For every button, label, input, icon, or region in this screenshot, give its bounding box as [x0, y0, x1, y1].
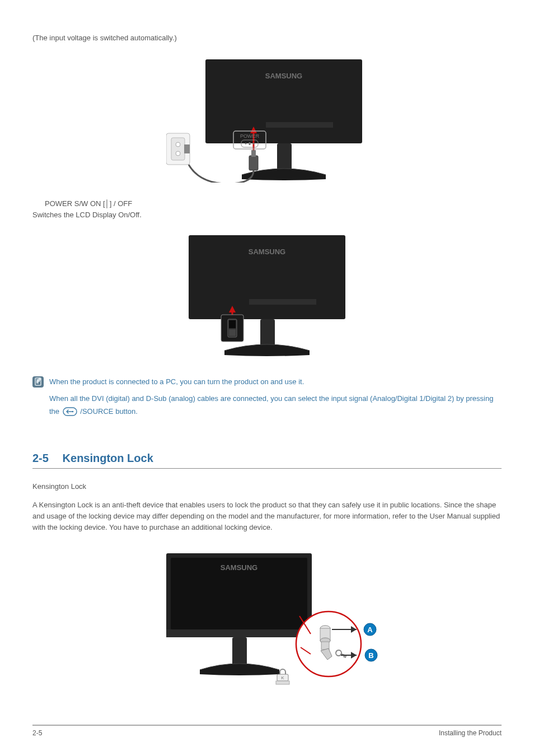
section-heading: 2-5 Kensington Lock: [32, 452, 502, 469]
figure-kensington: SAMSUNG K: [32, 549, 502, 697]
callout-a: A: [367, 626, 373, 634]
svg-text:K: K: [281, 675, 284, 680]
svg-rect-12: [171, 138, 185, 160]
power-switch-line2: Switches the LCD Display On/Off.: [32, 209, 502, 221]
note-p2: When all the DVI (digital) and D-Sub (an…: [49, 392, 502, 421]
brand-text-3: SAMSUNG: [221, 563, 257, 572]
svg-rect-7: [249, 142, 251, 145]
svg-rect-15: [184, 144, 190, 153]
intro-line: (The input voltage is switched automatic…: [32, 32, 502, 44]
callout-b: B: [368, 651, 373, 660]
svg-rect-10: [251, 150, 256, 157]
footer-right: Installing the Product: [439, 729, 502, 737]
svg-rect-9: [249, 156, 258, 170]
kensington-body: A Kensington Lock is an anti-theft devic…: [32, 500, 502, 533]
power-label: POWER: [240, 133, 260, 139]
svg-rect-2: [277, 143, 292, 170]
svg-point-6: [245, 143, 247, 144]
power-switch-line1: POWER S/W ON [│] / OFF: [45, 198, 502, 209]
svg-rect-22: [229, 320, 236, 328]
svg-rect-31: [276, 681, 289, 684]
note-p1: When the product is connected to a PC, y…: [49, 375, 502, 388]
note-icon: [32, 376, 44, 388]
page-footer: 2-5 Installing the Product: [32, 725, 502, 737]
svg-point-13: [176, 142, 180, 147]
svg-rect-28: [166, 629, 312, 637]
section-number: 2-5: [32, 452, 59, 465]
source-button-icon: [63, 407, 77, 420]
note-box: When the product is connected to a PC, y…: [32, 375, 502, 423]
svg-rect-17: [249, 299, 316, 305]
svg-rect-29: [232, 637, 247, 665]
svg-rect-1: [266, 122, 333, 128]
svg-point-14: [176, 151, 180, 156]
svg-point-25: [72, 411, 73, 413]
svg-rect-23: [229, 329, 236, 336]
brand-text: SAMSUNG: [265, 72, 302, 80]
kensington-subtitle: Kensington Lock: [32, 481, 502, 492]
section-title: Kensington Lock: [63, 452, 153, 464]
svg-point-8: [253, 143, 255, 144]
brand-text-2: SAMSUNG: [249, 248, 285, 256]
figure-power-cable: SAMSUNG POWER: [32, 55, 502, 185]
svg-rect-18: [260, 319, 275, 346]
figure-power-switch: SAMSUNG: [32, 232, 502, 362]
footer-left: 2-5: [32, 729, 42, 737]
